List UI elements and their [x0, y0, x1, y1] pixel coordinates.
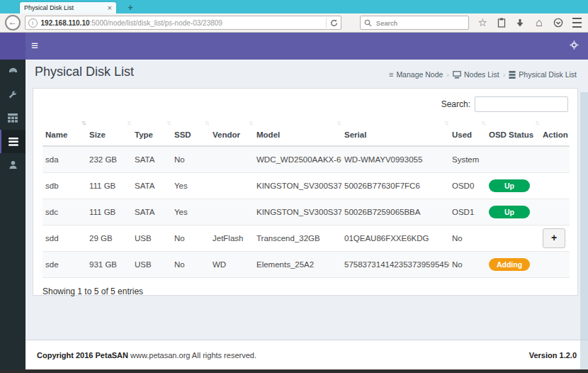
disks-icon: [509, 71, 516, 79]
table-search: Search:: [43, 95, 568, 113]
page-title: Physical Disk List: [35, 65, 134, 79]
pocket-icon[interactable]: [553, 16, 564, 29]
url-bar[interactable]: i 192.168.110.10:5000/node/list/disk_lis…: [25, 16, 341, 30]
version-label: Version 1.2.0: [529, 351, 577, 360]
back-button[interactable]: ←: [5, 15, 21, 30]
sort-icon[interactable]: ↑↓: [481, 119, 485, 126]
chevron-right-icon: ›: [446, 70, 449, 79]
browser-toolbar: ← i 192.168.110.10:5000/node/list/disk_l…: [0, 13, 588, 33]
scrollbar-track[interactable]: [580, 92, 588, 373]
gear-icon[interactable]: [570, 40, 579, 50]
tab-title: Physical Disk List: [24, 4, 108, 11]
wrench-icon: [8, 90, 18, 100]
column-header-serial[interactable]: Serial↑↓: [341, 116, 449, 146]
column-header-vendor[interactable]: Vendor↑↓: [210, 116, 254, 146]
reload-icon[interactable]: [326, 18, 338, 28]
home-icon[interactable]: ⌂: [533, 16, 545, 29]
search-label: Search:: [441, 99, 470, 109]
sidebar-item-manage[interactable]: [0, 83, 26, 106]
browser-window: Physical Disk List × + ← i 192.168.110.1…: [0, 0, 588, 373]
sort-icon[interactable]: ↑↓: [127, 119, 130, 126]
table-summary: Showing 1 to 5 of 5 entries: [43, 286, 568, 296]
column-header-name[interactable]: Name↑↓: [43, 116, 86, 146]
app-sidebar: [0, 60, 26, 373]
sidebar-item-table[interactable]: [0, 106, 26, 130]
sort-icon[interactable]: ↑↓: [535, 119, 538, 126]
breadcrumb-nodes-list[interactable]: Nodes List: [453, 70, 499, 79]
status-badge: Up: [489, 206, 530, 218]
sidebar-toggle-icon[interactable]: ≡: [31, 38, 38, 54]
nodes-icon: [453, 71, 461, 79]
browser-tab[interactable]: Physical Disk List ×: [19, 1, 117, 13]
copyright-text: Copyright 2016 PetaSAN www.petasan.org A…: [37, 351, 256, 360]
disk-list-panel: Search: Name↑↓ Size↑↓ Type↑↓: [33, 88, 578, 296]
magnifier-icon: [364, 19, 372, 27]
sort-icon[interactable]: ↑↓: [166, 119, 170, 126]
sort-icon[interactable]: ↑↓: [205, 119, 208, 126]
url-text: 192.168.110.10:5000/node/list/disk_list/…: [41, 19, 326, 27]
browser-menu-icon[interactable]: [571, 16, 582, 29]
add-osd-button[interactable]: +: [543, 228, 565, 248]
column-header-type[interactable]: Type↑↓: [132, 116, 171, 146]
chevron-right-icon: ›: [503, 70, 506, 79]
sort-icon[interactable]: ↑↓: [249, 119, 252, 126]
column-header-used[interactable]: Used↑↓: [449, 116, 486, 146]
logo-block: [0, 33, 26, 60]
app-footer: Copyright 2016 PetaSAN www.petasan.org A…: [26, 340, 588, 369]
column-header-osd-status[interactable]: OSD Status↑↓: [486, 116, 540, 146]
browser-tab-bar: Physical Disk List × +: [0, 0, 588, 13]
new-tab-button[interactable]: +: [122, 2, 139, 13]
table-row: sdd 29 GB USB No JetFlash Transcend_32GB…: [43, 226, 570, 252]
list-icon: ≡: [389, 70, 393, 79]
sort-icon[interactable]: ↑↓: [444, 119, 448, 126]
physical-disk-table: Name↑↓ Size↑↓ Type↑↓ SSD↑↓ Vendor↑↓ Mode…: [43, 116, 570, 278]
download-icon[interactable]: [515, 16, 526, 29]
table-row: sdb 111 GB SATA Yes KINGSTON_SV300S37A12…: [43, 173, 570, 199]
grid-icon: [8, 113, 18, 123]
sidebar-item-users[interactable]: [0, 153, 26, 177]
column-header-size[interactable]: Size↑↓: [86, 116, 132, 146]
dashboard-icon: [8, 66, 18, 77]
browser-search-input[interactable]: [375, 18, 465, 28]
sort-icon[interactable]: ↑↓: [81, 119, 85, 126]
bookmark-star-icon[interactable]: ☆: [477, 16, 488, 29]
petasan-app: ≡ Physical Disk List: [0, 33, 588, 373]
status-badge: Up: [489, 179, 530, 192]
breadcrumb-manage-node[interactable]: ≡ Manage Node: [389, 70, 443, 79]
breadcrumb: ≡ Manage Node › Nodes List › Physical Di…: [389, 70, 577, 79]
column-header-action: Action: [540, 116, 570, 146]
window-bottom-edge: [0, 369, 588, 373]
url-host: 192.168.110.10: [41, 19, 90, 27]
table-row: sda 232 GB SATA No WDC_WD2500AAKX-603CA0…: [43, 146, 570, 173]
column-header-ssd[interactable]: SSD↑↓: [171, 116, 210, 146]
clipboard-icon[interactable]: [496, 16, 507, 29]
list-icon: [9, 138, 18, 146]
sidebar-item-disk-list[interactable]: [0, 130, 26, 153]
table-search-input[interactable]: [475, 96, 568, 112]
column-header-model[interactable]: Model↑↓: [254, 116, 341, 146]
user-icon: [9, 160, 18, 169]
breadcrumb-physical-disk-list[interactable]: Physical Disk List: [509, 70, 577, 79]
tab-close-icon[interactable]: ×: [108, 5, 112, 11]
sort-icon[interactable]: ↑↓: [337, 119, 340, 126]
table-header-row: Name↑↓ Size↑↓ Type↑↓ SSD↑↓ Vendor↑↓ Mode…: [43, 116, 570, 146]
app-navbar: ≡: [0, 33, 588, 60]
sidebar-item-dashboard[interactable]: [0, 60, 26, 83]
browser-search[interactable]: [360, 16, 470, 30]
content-area: Physical Disk List ≡ Manage Node › Nodes…: [26, 60, 588, 340]
status-badge: Adding: [489, 258, 530, 271]
table-row: sdc 111 GB SATA Yes KINGSTON_SV300S37A12…: [43, 199, 570, 226]
url-path: :5000/node/list/disk_list/ps-node-03/238…: [90, 19, 222, 27]
site-info-icon[interactable]: i: [28, 18, 38, 28]
table-row: sde 931 GB USB No WD Elements_25A2 57583…: [43, 252, 570, 278]
